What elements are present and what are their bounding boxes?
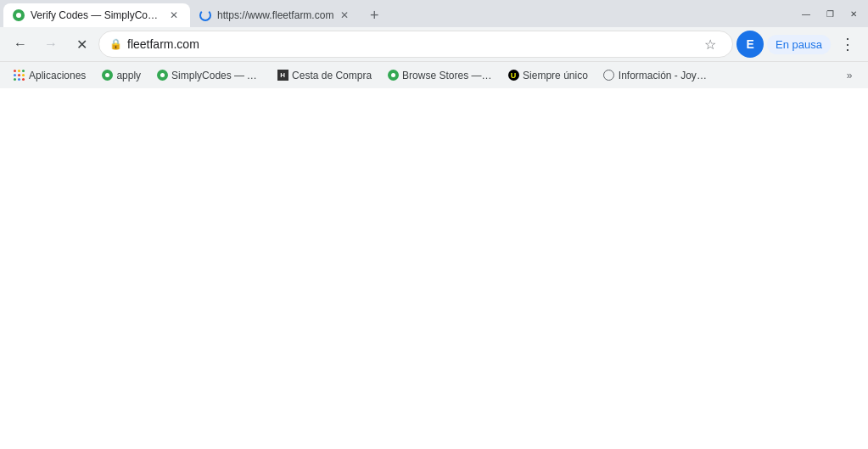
informacion-favicon-icon [603,70,615,81]
bookmark-informacion-label: Información - Joyas... [619,70,708,81]
minimize-button[interactable]: — [795,4,817,23]
bookmark-simplycodes[interactable]: SimplyCodes — Au... [149,68,268,83]
simplycodes-favicon-icon [156,70,168,81]
cesta-favicon-icon: H [277,70,288,81]
bookmark-siempre-unico[interactable]: U Siempre único [501,68,595,83]
more-bookmarks-button[interactable]: » [837,66,861,85]
apply-favicon-icon [101,70,113,81]
tab-label-fleet: https://www.fleetfarm.com [217,9,333,21]
bookmark-simplycodes-label: SimplyCodes — Au... [171,70,261,81]
maximize-button[interactable]: ❐ [819,4,841,23]
tab-favicon-verify [12,8,25,22]
bookmark-cesta-label: Cesta de Compra [292,70,372,81]
bookmark-applications-label: Aplicaciones [29,70,86,81]
bookmark-apply[interactable]: apply [94,68,148,83]
new-tab-button[interactable]: + [362,3,386,27]
tab-close-fleet[interactable]: ✕ [337,8,352,23]
lock-icon: 🔒 [109,38,122,50]
tabs-area: Verify Codes — SimplyCodes ✕ https://www… [3,0,788,27]
apps-grid-icon [14,70,25,81]
main-content-area [0,88,868,449]
bookmark-siempre-label: Siempre único [523,70,588,81]
title-bar: Verify Codes — SimplyCodes ✕ https://www… [0,0,868,27]
close-button[interactable]: ✕ [843,4,865,23]
tab-fleetfarm[interactable]: https://www.fleetfarm.com ✕ [190,3,361,27]
bookmark-applications[interactable]: Aplicaciones [7,68,92,83]
pause-label: En pausa [776,38,822,51]
nav-bar: ← → ✕ 🔒 fleetfarm.com ☆ E En pausa ⋮ [0,27,868,61]
browser-window: Verify Codes — SimplyCodes ✕ https://www… [0,0,868,449]
profile-button[interactable]: E [736,31,764,58]
forward-button[interactable]: → [37,31,64,58]
tab-favicon-fleet [199,8,212,22]
browse-favicon-icon [387,70,399,81]
url-text: fleetfarm.com [127,37,698,51]
bookmark-browse-label: Browse Stores — Si... [402,70,492,81]
tab-close-verify[interactable]: ✕ [166,8,182,23]
bookmark-informacion[interactable]: Información - Joyas... [596,68,715,83]
address-bar[interactable]: 🔒 fleetfarm.com ☆ [98,31,733,58]
tab-label-verify: Verify Codes — SimplyCodes [31,9,163,21]
bookmark-browse-stores[interactable]: Browse Stores — Si... [380,68,499,83]
back-button[interactable]: ← [7,31,34,58]
tab-verify-codes[interactable]: Verify Codes — SimplyCodes ✕ [3,3,190,27]
chrome-menu-button[interactable]: ⋮ [834,31,861,58]
pause-button[interactable]: En pausa [767,35,831,54]
siempre-favicon-icon: U [507,70,519,81]
bookmark-cesta[interactable]: H Cesta de Compra [270,68,378,83]
bookmark-star-button[interactable]: ☆ [698,32,722,56]
bookmarks-bar: Aplicaciones apply SimplyCodes — Au... H… [0,61,868,88]
reload-button[interactable]: ✕ [68,31,95,58]
window-controls: — ❐ ✕ [795,4,865,23]
bookmark-apply-label: apply [116,70,141,81]
